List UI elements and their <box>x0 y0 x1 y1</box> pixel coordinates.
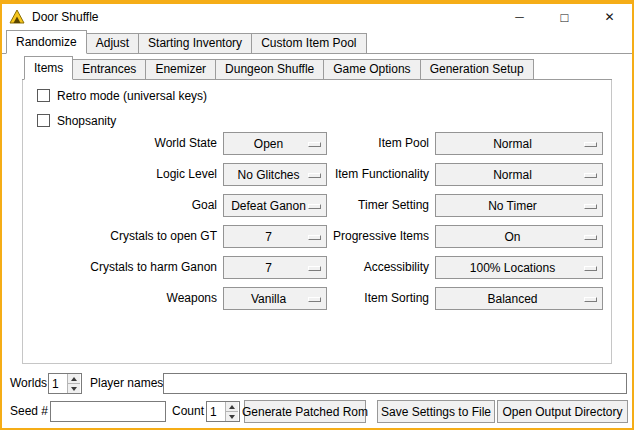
randomize-tabbar: Items Entrances Enemizer Dungeon Shuffle… <box>22 56 612 80</box>
retro-mode-label: Retro mode (universal keys) <box>57 89 207 103</box>
dropdown-indicator-icon <box>584 173 597 178</box>
app-icon <box>9 9 25 25</box>
setting-row: Weapons Vanilla Item Sorting Balanced <box>23 287 611 310</box>
world-state-value: Open <box>254 137 283 151</box>
timer-setting-dropdown[interactable]: No Timer <box>435 194 603 217</box>
spin-down-icon[interactable] <box>68 384 80 393</box>
window-title: Door Shuffle <box>32 10 99 24</box>
world-state-label: World State <box>23 132 217 155</box>
crystals-open-gt-label: Crystals to open GT <box>23 225 217 248</box>
shopsanity-label: Shopsanity <box>57 114 116 128</box>
weapons-value: Vanilla <box>251 292 286 306</box>
accessibility-label: Accessibility <box>319 256 429 279</box>
goal-dropdown[interactable]: Defeat Ganon <box>223 194 327 217</box>
crystals-harm-ganon-dropdown[interactable]: 7 <box>223 256 327 279</box>
tab-entrances[interactable]: Entrances <box>72 59 146 79</box>
tab-enemizer[interactable]: Enemizer <box>145 59 216 79</box>
dropdown-indicator-icon <box>584 235 597 240</box>
spin-down-icon[interactable] <box>226 412 238 421</box>
spin-up-icon[interactable] <box>68 374 80 384</box>
open-output-directory-button[interactable]: Open Output Directory <box>497 400 628 423</box>
retro-mode-checkbox-row[interactable]: Retro mode (universal keys) <box>37 88 207 103</box>
dropdown-indicator-icon <box>584 142 597 147</box>
dropdown-indicator-icon <box>584 204 597 209</box>
setting-row: Crystals to harm Ganon 7 Accessibility 1… <box>23 256 611 279</box>
weapons-label: Weapons <box>23 287 217 310</box>
progressive-items-label: Progressive Items <box>319 225 429 248</box>
tab-generation-setup[interactable]: Generation Setup <box>420 59 534 79</box>
logic-level-label: Logic Level <box>23 163 217 186</box>
player-names-input[interactable] <box>163 373 627 394</box>
item-sorting-label: Item Sorting <box>319 287 429 310</box>
item-pool-value: Normal <box>493 137 532 151</box>
weapons-dropdown[interactable]: Vanilla <box>223 287 327 310</box>
setting-row: Logic Level No Glitches Item Functionali… <box>23 163 611 186</box>
tab-custom-item-pool[interactable]: Custom Item Pool <box>251 33 366 53</box>
minimize-icon[interactable]: ─ <box>497 4 542 30</box>
door-shuffle-window: Door Shuffle ─ □ ✕ Randomize Adjust Star… <box>0 0 634 430</box>
tab-adjust[interactable]: Adjust <box>86 33 139 53</box>
dropdown-indicator-icon <box>584 266 597 271</box>
item-pool-label: Item Pool <box>319 132 429 155</box>
count-input[interactable] <box>207 402 225 421</box>
multiworld-row: Worlds Player names <box>2 372 632 396</box>
accessibility-dropdown[interactable]: 100% Locations <box>435 256 603 279</box>
spinner-arrows <box>225 402 238 421</box>
close-icon[interactable]: ✕ <box>587 4 632 30</box>
retro-mode-checkbox[interactable] <box>37 89 50 102</box>
worlds-spinner[interactable] <box>48 373 82 394</box>
seed-input[interactable] <box>50 401 166 422</box>
setting-row: Crystals to open GT 7 Progressive Items … <box>23 225 611 248</box>
tab-items[interactable]: Items <box>24 56 73 80</box>
worlds-input[interactable] <box>49 374 67 393</box>
window-controls: ─ □ ✕ <box>497 4 632 30</box>
seed-label: Seed # <box>10 400 48 423</box>
generation-row: Seed # Count Generate Patched Rom Save S… <box>2 400 632 424</box>
item-sorting-value: Balanced <box>487 292 537 306</box>
setting-row: World State Open Item Pool Normal <box>23 132 611 155</box>
progressive-items-dropdown[interactable]: On <box>435 225 603 248</box>
crystals-open-gt-dropdown[interactable]: 7 <box>223 225 327 248</box>
items-tab-panel: Retro mode (universal keys) Shopsanity W… <box>22 80 612 364</box>
worlds-label: Worlds <box>10 372 47 395</box>
save-settings-button[interactable]: Save Settings to File <box>377 400 495 423</box>
crystals-harm-ganon-label: Crystals to harm Ganon <box>23 256 217 279</box>
item-functionality-dropdown[interactable]: Normal <box>435 163 603 186</box>
tab-dungeon-shuffle[interactable]: Dungeon Shuffle <box>215 59 324 79</box>
tab-game-options[interactable]: Game Options <box>323 59 420 79</box>
shopsanity-checkbox[interactable] <box>37 114 50 127</box>
item-functionality-label: Item Functionality <box>319 163 429 186</box>
player-names-label: Player names <box>90 372 163 395</box>
generate-patched-rom-button[interactable]: Generate Patched Rom <box>244 400 366 423</box>
count-label: Count <box>172 400 204 423</box>
spin-up-icon[interactable] <box>226 402 238 412</box>
crystals-harm-ganon-value: 7 <box>265 261 272 275</box>
tab-randomize[interactable]: Randomize <box>6 30 87 54</box>
goal-label: Goal <box>23 194 217 217</box>
titlebar: Door Shuffle ─ □ ✕ <box>2 4 632 30</box>
logic-level-value: No Glitches <box>237 168 299 182</box>
item-pool-dropdown[interactable]: Normal <box>435 132 603 155</box>
count-spinner[interactable] <box>206 401 240 422</box>
main-tabbar: Randomize Adjust Starting Inventory Cust… <box>2 30 632 54</box>
timer-setting-label: Timer Setting <box>319 194 429 217</box>
spinner-arrows <box>67 374 80 393</box>
world-state-dropdown[interactable]: Open <box>223 132 327 155</box>
item-functionality-value: Normal <box>493 168 532 182</box>
dropdown-indicator-icon <box>584 297 597 302</box>
accessibility-value: 100% Locations <box>470 261 555 275</box>
logic-level-dropdown[interactable]: No Glitches <box>223 163 327 186</box>
maximize-icon[interactable]: □ <box>542 4 587 30</box>
timer-setting-value: No Timer <box>488 199 537 213</box>
crystals-open-gt-value: 7 <box>265 230 272 244</box>
shopsanity-checkbox-row[interactable]: Shopsanity <box>37 113 116 128</box>
progressive-items-value: On <box>504 230 520 244</box>
tab-starting-inventory[interactable]: Starting Inventory <box>138 33 252 53</box>
item-sorting-dropdown[interactable]: Balanced <box>435 287 603 310</box>
goal-value: Defeat Ganon <box>231 199 306 213</box>
setting-row: Goal Defeat Ganon Timer Setting No Timer <box>23 194 611 217</box>
